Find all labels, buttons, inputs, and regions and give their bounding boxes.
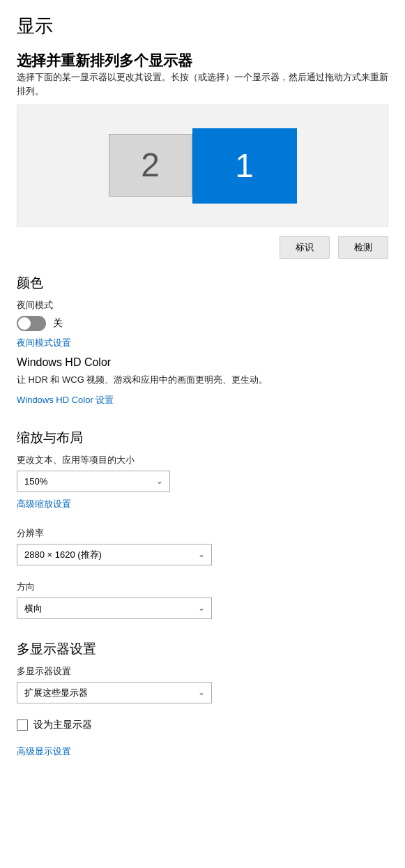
rearrange-section: 选择并重新排列多个显示器 选择下面的某一显示器以更改其设置。长按（或选择）一个显… (17, 51, 388, 259)
hd-color-settings-link[interactable]: Windows HD Color 设置 (17, 394, 114, 406)
orientation-label: 方向 (17, 581, 388, 593)
color-section: 颜色 夜间模式 关 夜间模式设置 Windows HD Color 让 HDR … (17, 274, 388, 413)
orientation-dropdown-wrapper: 横向 纵向 横向(翻转) 纵向(翻转) ⌄ (17, 597, 212, 619)
monitor-box-2[interactable]: 2 (109, 134, 192, 197)
make-primary-row: 设为主显示器 (17, 719, 388, 731)
resolution-dropdown[interactable]: 2880 × 1620 (推荐) 2560 × 1440 1920 × 1080 (17, 544, 212, 565)
scale-layout-heading: 缩放与布局 (17, 429, 388, 447)
hd-color-heading: Windows HD Color (17, 356, 388, 369)
rearrange-heading: 选择并重新排列多个显示器 (17, 51, 388, 70)
night-mode-state: 关 (53, 317, 63, 330)
multi-display-heading: 多显示器设置 (17, 640, 388, 658)
monitor-area: 2 1 (17, 105, 388, 227)
monitor-container: 2 1 (109, 128, 297, 204)
make-primary-label: 设为主显示器 (33, 719, 92, 731)
identify-button[interactable]: 标识 (280, 236, 330, 259)
night-mode-toggle-row: 关 (17, 316, 388, 331)
monitor-box-1[interactable]: 1 (192, 128, 297, 204)
scale-dropdown[interactable]: 150% 100% 125% 175% 200% (17, 471, 170, 492)
multi-display-dropdown[interactable]: 扩展这些显示器 复制这些显示器 仅在 1 上显示 仅在 2 上显示 (17, 682, 212, 703)
monitor-label-1: 1 (235, 146, 254, 185)
scale-label: 更改文本、应用等项目的大小 (17, 454, 388, 466)
scale-layout-section: 缩放与布局 更改文本、应用等项目的大小 150% 100% 125% 175% … (17, 429, 388, 625)
color-heading: 颜色 (17, 274, 388, 292)
rearrange-description: 选择下面的某一显示器以更改其设置。长按（或选择）一个显示器，然后通过拖动方式来重… (17, 70, 388, 98)
make-primary-checkbox[interactable] (17, 719, 28, 731)
multi-display-dropdown-wrapper: 扩展这些显示器 复制这些显示器 仅在 1 上显示 仅在 2 上显示 ⌄ (17, 682, 212, 703)
night-mode-label: 夜间模式 (17, 299, 388, 312)
advanced-display-link[interactable]: 高级显示设置 (17, 745, 71, 758)
orientation-dropdown[interactable]: 横向 纵向 横向(翻转) 纵向(翻转) (17, 597, 212, 619)
monitor-btn-row: 标识 检测 (17, 236, 388, 259)
monitor-label-2: 2 (141, 146, 160, 184)
multi-display-label: 多显示器设置 (17, 665, 388, 678)
resolution-dropdown-wrapper: 2880 × 1620 (推荐) 2560 × 1440 1920 × 1080… (17, 544, 212, 565)
scale-dropdown-wrapper: 150% 100% 125% 175% 200% ⌄ (17, 471, 170, 492)
detect-button[interactable]: 检测 (338, 236, 388, 259)
night-mode-settings-link[interactable]: 夜间模式设置 (17, 337, 71, 349)
page-title: 显示 (17, 14, 388, 38)
multi-display-section: 多显示器设置 多显示器设置 扩展这些显示器 复制这些显示器 仅在 1 上显示 仅… (17, 640, 388, 765)
resolution-label: 分辨率 (17, 527, 388, 540)
advanced-scale-link[interactable]: 高级缩放设置 (17, 498, 71, 510)
hd-color-description: 让 HDR 和 WCG 视频、游戏和应用中的画面更明亮、更生动。 (17, 373, 388, 387)
night-mode-toggle[interactable] (17, 316, 46, 331)
